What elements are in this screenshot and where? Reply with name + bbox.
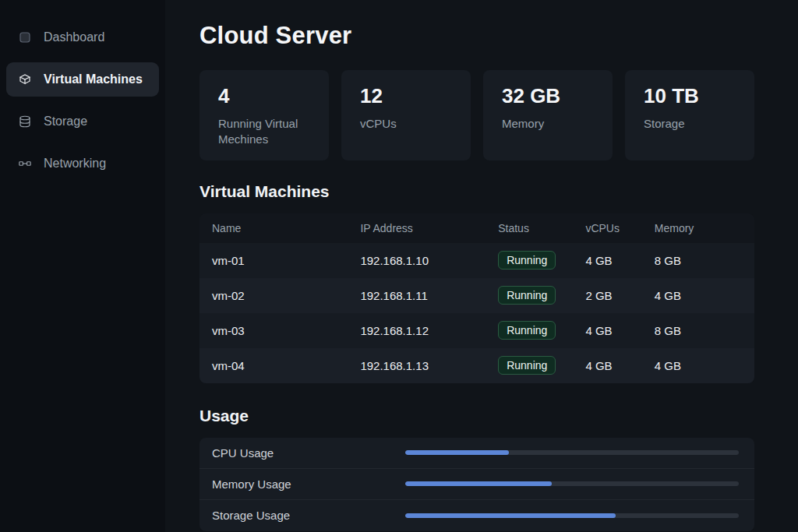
cell-status: Running bbox=[498, 286, 585, 305]
storage-icon bbox=[17, 114, 33, 129]
cell-vcpus: 4 GB bbox=[585, 254, 654, 267]
stat-value: 12 bbox=[360, 84, 452, 108]
sidebar-item-storage[interactable]: Storage bbox=[6, 104, 159, 139]
vm-table: Name IP Address Status vCPUs Memory vm-0… bbox=[200, 213, 754, 383]
stat-card-storage: 10 TB Storage bbox=[625, 70, 754, 160]
table-row[interactable]: vm-02 192.168.1.11 Running 2 GB 4 GB bbox=[200, 278, 754, 313]
memory-usage-progressbar bbox=[405, 481, 739, 486]
cell-ip: 192.168.1.10 bbox=[360, 254, 498, 267]
sidebar-item-virtual-machines[interactable]: Virtual Machines bbox=[6, 62, 159, 97]
usage-label: Storage Usage bbox=[212, 509, 405, 522]
column-header-memory: Memory bbox=[655, 222, 742, 234]
stat-card-memory: 32 GB Memory bbox=[483, 70, 613, 160]
stat-label: vCPUs bbox=[360, 116, 452, 132]
usage-row-storage: Storage Usage bbox=[200, 500, 754, 531]
cell-vcpus: 4 GB bbox=[585, 324, 654, 337]
usage-label: CPU Usage bbox=[212, 446, 405, 460]
table-row[interactable]: vm-04 192.168.1.13 Running 4 GB 4 GB bbox=[200, 348, 754, 383]
stat-label: Running Virtual Mechines bbox=[218, 116, 310, 148]
sidebar-item-dashboard[interactable]: Dashboard bbox=[6, 20, 159, 55]
dashboard-icon bbox=[17, 30, 33, 45]
usage-row-cpu: CPU Usage bbox=[200, 438, 754, 469]
sidebar-item-label: Storage bbox=[44, 115, 87, 129]
cell-memory: 4 GB bbox=[655, 289, 742, 302]
column-header-ip: IP Address bbox=[360, 222, 498, 234]
cell-status: Running bbox=[498, 251, 585, 270]
status-badge: Running bbox=[498, 251, 556, 270]
table-row[interactable]: vm-01 192.168.1.10 Running 4 GB 8 GB bbox=[200, 243, 754, 278]
cell-name: vm-03 bbox=[212, 324, 360, 337]
cell-memory: 4 GB bbox=[655, 359, 742, 372]
progress-fill bbox=[405, 513, 616, 518]
cell-name: vm-02 bbox=[212, 289, 360, 302]
stat-label: Memory bbox=[502, 116, 594, 132]
stat-label: Storage bbox=[644, 116, 736, 132]
usage-label: Memory Usage bbox=[212, 477, 405, 491]
cell-ip: 192.168.1.11 bbox=[360, 289, 498, 302]
status-badge: Running bbox=[498, 286, 556, 305]
cell-status: Running bbox=[498, 321, 585, 340]
progress-fill bbox=[405, 450, 509, 455]
sidebar-item-label: Networking bbox=[44, 157, 106, 171]
usage-panel: CPU Usage Memory Usage Storage Usage bbox=[200, 438, 754, 531]
cell-name: vm-04 bbox=[212, 359, 360, 372]
usage-row-memory: Memory Usage bbox=[200, 469, 754, 500]
stat-card-running-vms: 4 Running Virtual Mechines bbox=[200, 70, 329, 160]
vm-icon bbox=[17, 72, 33, 87]
status-badge: Running bbox=[498, 321, 556, 340]
sidebar: Dashboard Virtual Machines Storage Netwo… bbox=[0, 0, 165, 532]
stat-cards: 4 Running Virtual Mechines 12 vCPUs 32 G… bbox=[200, 70, 754, 160]
stat-value: 32 GB bbox=[502, 84, 594, 108]
vm-table-body: vm-01 192.168.1.10 Running 4 GB 8 GB vm-… bbox=[200, 243, 754, 383]
vm-table-header-row: Name IP Address Status vCPUs Memory bbox=[200, 213, 754, 243]
cell-memory: 8 GB bbox=[655, 254, 742, 267]
cell-vcpus: 2 GB bbox=[585, 289, 654, 302]
sidebar-nav: Dashboard Virtual Machines Storage Netwo… bbox=[6, 20, 159, 181]
sidebar-item-label: Virtual Machines bbox=[44, 72, 143, 86]
column-header-status: Status bbox=[498, 222, 585, 234]
cell-memory: 8 GB bbox=[655, 324, 742, 337]
app-window: Dashboard Virtual Machines Storage Netwo… bbox=[0, 0, 798, 532]
stat-value: 4 bbox=[218, 84, 310, 108]
stat-card-vcpus: 12 vCPUs bbox=[341, 70, 471, 160]
page-title: Cloud Server bbox=[200, 22, 754, 50]
status-badge: Running bbox=[498, 356, 556, 375]
cell-ip: 192.168.1.12 bbox=[360, 324, 498, 337]
usage-section-title: Usage bbox=[200, 407, 754, 425]
column-header-name: Name bbox=[212, 222, 360, 234]
progress-fill bbox=[405, 481, 552, 486]
cell-vcpus: 4 GB bbox=[585, 359, 654, 372]
cpu-usage-progressbar bbox=[405, 450, 739, 455]
table-row[interactable]: vm-03 192.168.1.12 Running 4 GB 8 GB bbox=[200, 313, 754, 348]
main-content: Cloud Server 4 Running Virtual Mechines … bbox=[165, 0, 798, 532]
sidebar-item-networking[interactable]: Networking bbox=[6, 146, 159, 181]
cell-name: vm-01 bbox=[212, 254, 360, 267]
column-header-vcpus: vCPUs bbox=[585, 222, 654, 234]
vm-section-title: Virtual Machines bbox=[200, 182, 754, 201]
networking-icon bbox=[17, 156, 33, 171]
storage-usage-progressbar bbox=[405, 513, 739, 518]
cell-ip: 192.168.1.13 bbox=[360, 359, 498, 372]
stat-value: 10 TB bbox=[644, 84, 736, 108]
sidebar-item-label: Dashboard bbox=[44, 30, 104, 44]
cell-status: Running bbox=[498, 356, 585, 375]
